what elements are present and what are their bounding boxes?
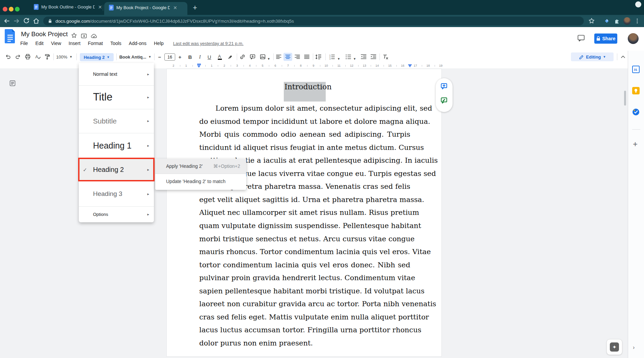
menu-tools[interactable]: Tools (110, 41, 121, 46)
tab-my-book-outline[interactable]: My Book Outline - Google Docs ✕ (34, 4, 102, 10)
paragraph-line[interactable]: pulvinar proin gravida hendrerit lectus.… (199, 271, 410, 285)
text-color-icon[interactable]: A (216, 53, 223, 60)
update-heading-2-item[interactable]: Update 'Heading 2' to match (155, 174, 246, 189)
docs-logo[interactable] (5, 29, 16, 45)
left-indent-marker[interactable] (197, 65, 201, 68)
font-size-input[interactable]: 16 (164, 53, 175, 61)
underline-icon[interactable]: U (206, 53, 213, 60)
forward-icon[interactable] (13, 18, 20, 24)
paragraph-line[interactable]: cras sed felis eget. Mattis vulputate en… (199, 311, 410, 324)
collapse-side-panel-icon[interactable]: › (633, 344, 635, 351)
minimize-window-button[interactable] (9, 7, 14, 12)
paragraph-line[interactable]: quam vulputate dignissim suspendisse. Pe… (199, 219, 410, 232)
style-option-title[interactable]: Title▸ (79, 85, 154, 109)
last-edit-link[interactable]: Last edit was yesterday at 9:21 p.m. (173, 41, 244, 46)
close-window-button[interactable] (3, 7, 7, 12)
numbered-list-icon[interactable]: 123 (329, 53, 336, 60)
google-calendar-icon[interactable]: 31 (632, 66, 640, 73)
italic-icon[interactable]: I (197, 53, 203, 60)
paragraph-line[interactable]: tincidunt id aliquet risus feugiat in an… (199, 141, 410, 154)
menu-edit[interactable]: Edit (36, 41, 44, 46)
browser-profile-avatar[interactable] (623, 17, 631, 25)
paragraph-line[interactable]: morbi tristique senectus et netus. Arcu … (199, 232, 410, 246)
paragraph-line[interactable]: mauris rhoncus. Tortor condimentum lacin… (199, 245, 410, 259)
explore-button[interactable]: ✦ (606, 339, 622, 355)
collapse-toolbar-icon[interactable] (620, 53, 626, 60)
home-icon[interactable] (33, 18, 40, 24)
reload-icon[interactable] (23, 18, 30, 24)
print-icon[interactable] (24, 53, 31, 60)
justify-icon[interactable] (303, 53, 310, 60)
paragraph-line[interactable]: laoreet non curabitur gravida arcu ac to… (199, 297, 410, 311)
google-keep-icon[interactable] (632, 87, 640, 94)
chevron-down-icon[interactable]: ▼ (267, 55, 270, 61)
new-tab-button[interactable]: + (193, 3, 197, 12)
paragraph-line[interactable]: do eiusmod tempor incididunt ut labore e… (199, 115, 410, 128)
star-document-icon[interactable] (71, 32, 77, 39)
redo-icon[interactable] (15, 53, 21, 60)
paragraph-line[interactable]: Lorem ipsum dolor sit amet, consectetur … (215, 102, 410, 115)
decrease-font-size-button[interactable]: − (156, 53, 163, 60)
highlight-color-icon[interactable] (227, 53, 233, 60)
increase-indent-icon[interactable] (370, 53, 377, 60)
insert-link-icon[interactable] (239, 53, 246, 60)
increase-font-size-button[interactable]: + (177, 53, 183, 60)
font-select[interactable]: Book Antiq...▼ (119, 53, 152, 60)
account-avatar[interactable] (628, 33, 639, 44)
document-page[interactable]: Introduction Lorem ipsum dolor sit amet,… (166, 69, 442, 357)
style-option-subtitle[interactable]: Subtitle▸ (79, 109, 154, 133)
apply-heading-2-item[interactable]: Apply 'Heading 2' ⌘+Option+2 (155, 159, 246, 174)
scrollbar-thumb[interactable] (624, 91, 626, 106)
extensions-puzzle-icon[interactable] (614, 18, 620, 26)
bulleted-list-icon[interactable] (345, 53, 352, 60)
line-spacing-icon[interactable] (315, 53, 322, 60)
open-comments-icon[interactable] (577, 34, 585, 42)
style-option-heading-1[interactable]: Heading 1▸ (79, 133, 154, 158)
chevron-down-icon[interactable]: ▼ (353, 55, 356, 61)
suggest-edits-icon[interactable] (440, 96, 448, 105)
decrease-indent-icon[interactable] (360, 53, 367, 60)
menu-file[interactable]: File (20, 41, 28, 46)
chevron-down-icon[interactable]: ▼ (337, 55, 340, 61)
address-bar[interactable]: docs.google.com/document/d/1jwDCFxlxW4G-… (43, 17, 584, 25)
show-outline-icon[interactable] (9, 80, 16, 87)
document-title[interactable]: My Book Project (21, 30, 68, 38)
spellcheck-icon[interactable]: A (34, 53, 41, 60)
undo-icon[interactable] (5, 53, 12, 60)
zoom-select[interactable]: 100%▼ (55, 53, 73, 60)
paragraph-line[interactable]: lacus luctus accumsan tortor. Fringilla … (199, 323, 410, 337)
insert-image-icon[interactable] (259, 53, 266, 60)
editing-mode-select[interactable]: Editing ▼ (571, 52, 614, 61)
paragraph-line[interactable]: sapien pellentesque habitant morbi trist… (199, 285, 410, 298)
browser-menu-kebab-icon[interactable] (634, 18, 641, 26)
menu-help[interactable]: Help (154, 41, 164, 46)
close-tab-icon[interactable]: ✕ (173, 5, 177, 10)
extension-icon[interactable] (603, 18, 610, 26)
paint-format-icon[interactable] (44, 53, 51, 60)
align-right-icon[interactable] (294, 53, 301, 60)
right-indent-marker[interactable] (408, 64, 412, 67)
tab-my-book-project[interactable]: My Book Project - Google Docs ✕ (109, 5, 177, 10)
style-option-options[interactable]: Options▸ (79, 206, 154, 222)
google-tasks-icon[interactable] (632, 108, 640, 116)
bold-icon[interactable]: B (187, 53, 193, 60)
add-comment-icon[interactable] (249, 53, 256, 60)
paragraph-line[interactable]: Aliquet nec ullamcorper sit amet risus n… (199, 206, 410, 219)
tab-search-button[interactable] (635, 1, 641, 7)
paragraph-line[interactable]: tortor condimentum lacinia quis vel eros… (199, 259, 410, 272)
menu-format[interactable]: Format (88, 41, 103, 46)
bookmark-star-icon[interactable] (588, 18, 595, 24)
move-to-folder-icon[interactable] (81, 33, 87, 39)
clear-formatting-icon[interactable] (382, 53, 389, 60)
menu-addons[interactable]: Add-ons (129, 41, 146, 46)
zoom-window-button[interactable] (15, 7, 20, 12)
paragraph-line[interactable]: eget velit aliquet sagittis id. Urna et … (199, 193, 410, 206)
styles-select[interactable]: Heading 2▼ (80, 53, 114, 61)
cloud-status-icon[interactable] (91, 33, 97, 39)
align-left-icon[interactable] (275, 53, 282, 60)
add-addon-button[interactable]: + (633, 139, 638, 149)
add-comment-icon[interactable] (440, 82, 448, 90)
close-tab-icon[interactable]: ✕ (98, 4, 102, 10)
menu-insert[interactable]: Insert (69, 41, 80, 46)
first-line-indent-marker[interactable] (197, 64, 201, 65)
